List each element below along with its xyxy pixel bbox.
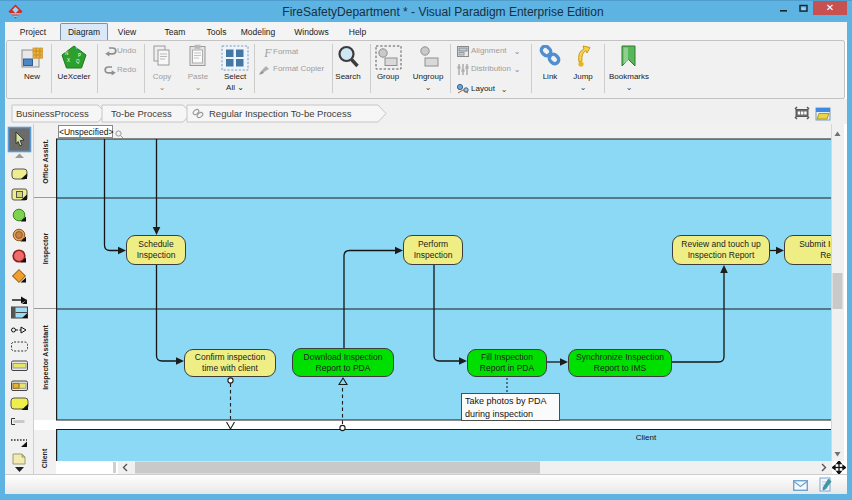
svg-text:Regular Inspection To-be Proce: Regular Inspection To-be Process bbox=[209, 108, 352, 119]
svg-text:P: P bbox=[78, 53, 81, 58]
svg-text:To-be Process: To-be Process bbox=[111, 108, 172, 119]
svg-text:Q: Q bbox=[76, 59, 80, 64]
svg-text:Client: Client bbox=[636, 433, 657, 442]
svg-text:N: N bbox=[65, 51, 68, 56]
svg-text:X: X bbox=[67, 58, 70, 63]
svg-text:*: * bbox=[76, 47, 78, 52]
svg-text:BusinessProcess: BusinessProcess bbox=[16, 108, 89, 119]
